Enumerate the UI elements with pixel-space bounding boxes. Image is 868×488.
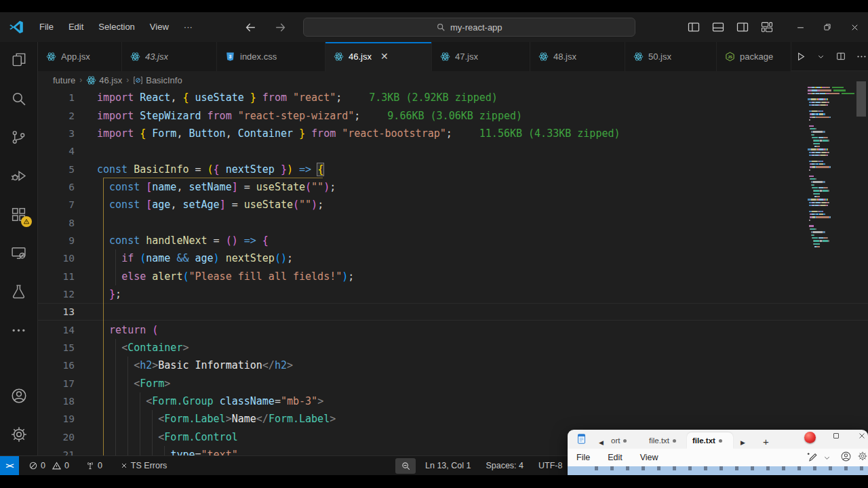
tab-46-jsx[interactable]: 46.jsx✕ [326,42,432,71]
symbol-icon [133,75,143,85]
breadcrumb-item-future[interactable]: future [53,75,75,85]
activity-run-and-debug[interactable] [0,158,38,193]
problems-status[interactable]: 0 0 [23,456,75,475]
notepad-menu-view[interactable]: View [631,453,667,462]
minimap-line [808,125,853,127]
react-file-icon [334,52,344,62]
activity-additional-views[interactable] [0,312,38,348]
notepad-settings-icon[interactable] [857,451,868,462]
customize-layout-icon[interactable] [757,17,777,37]
breadcrumb-item-46.jsx[interactable]: 46.jsx [86,75,122,85]
menu-view[interactable]: View [142,17,176,37]
new-tab-button[interactable]: + [763,436,769,447]
code-line-1[interactable]: 1import React, { useState } from "react"… [38,89,868,106]
close-tab-icon[interactable]: ✕ [380,51,389,62]
code-line-19[interactable]: 19 <Form.Label>Name</Form.Label> [38,410,868,428]
toggle-panel-icon[interactable] [708,17,728,37]
tab-scroll-left-icon[interactable]: ◀ [599,439,604,446]
tab-package[interactable]: JSpackage [717,42,791,71]
code-line-11[interactable]: 11 else alert("Please fill all fields!")… [38,267,868,285]
activity-accounts[interactable] [0,378,38,413]
code-line-9[interactable]: 9 const handleNext = () => { [38,232,868,249]
code-line-15[interactable]: 15 <Container> [38,339,868,357]
code-line-14[interactable]: 14 return ( [38,321,868,338]
unsaved-dot [719,439,722,443]
activity-explorer[interactable] [0,42,38,77]
split-editor-button[interactable] [832,47,850,65]
run-button[interactable] [791,47,809,65]
menu-selection[interactable]: Selection [91,17,142,37]
toggle-secondary-sidebar-icon[interactable] [732,17,753,37]
tab-scroll-right-icon[interactable]: ▶ [741,439,745,446]
code-line-10[interactable]: 10 if (name && age) nextStep(); [38,249,868,267]
toggle-primary-sidebar-icon[interactable] [684,17,704,37]
code-line-2[interactable]: 2import StepWizard from "react-step-wiza… [38,106,868,124]
code-line-18[interactable]: 18 <Form.Group className="mb-3"> [38,392,868,410]
code-line-13[interactable]: 13 [38,303,868,321]
minimize-button[interactable] [787,12,814,42]
close-window-button[interactable] [841,12,868,42]
code-line-12[interactable]: 12 }; [38,285,868,303]
activity-settings[interactable] [0,417,38,452]
editor-scrollbar[interactable] [856,81,866,117]
indentation-status[interactable]: Spaces: 4 [480,456,529,475]
menu-edit[interactable]: Edit [61,17,91,37]
notepad-selected-text[interactable] [568,466,868,475]
code-line-4[interactable]: 4 [38,142,868,160]
navigate-back-icon[interactable] [241,17,261,37]
activity-search[interactable] [0,81,38,116]
code-line-16[interactable]: 16 <h2>Basic Information</h2> [38,357,868,374]
tab-index-css[interactable]: 3index.css [217,42,326,71]
tab-bar: App.jsx43.jsx3index.css46.jsx✕47.jsx48.j… [38,42,868,71]
code-text: import StepWizard from "react-step-wizar… [75,110,360,122]
tab-50-jsx[interactable]: 50.jsx [625,42,717,71]
account-icon[interactable] [840,451,852,462]
notepad-tab-active[interactable]: file.txt [687,432,733,449]
code-line-7[interactable]: 7 const [age, setAge] = useState(""); [38,196,868,214]
ai-rewrite-dropdown-icon[interactable] [823,454,831,462]
activity-testing[interactable] [0,274,38,309]
code-line-8[interactable]: 8 [38,214,868,231]
notepad-maximize-button[interactable] [832,432,840,440]
tab-App-jsx[interactable]: App.jsx [38,42,122,71]
notepad-menu-file[interactable]: File [568,453,599,462]
menu-overflow[interactable]: ··· [176,17,200,37]
notepad-close-button[interactable] [858,432,866,440]
tab-48-jsx[interactable]: 48.jsx [530,42,625,71]
activity-remote-explorer[interactable] [0,235,38,270]
menu-file[interactable]: File [32,17,61,37]
more-actions-button[interactable] [852,47,868,65]
line-number: 1 [38,92,75,103]
ports-status[interactable]: 0 [80,456,108,475]
tab-43-jsx[interactable]: 43.jsx [122,42,217,71]
notepad-menu-edit[interactable]: Edit [599,453,631,462]
ts-errors-status[interactable]: TS Errors [115,456,172,475]
remote-indicator[interactable]: >< [0,456,19,476]
activity-extensions[interactable] [0,197,38,232]
code-editor[interactable]: 1import React, { useState } from "react"… [38,89,868,455]
run-dropdown-button[interactable] [812,47,829,65]
breadcrumb-item-basicinfo[interactable]: BasicInfo [133,75,182,85]
restore-button[interactable] [814,12,841,42]
command-center-search[interactable]: my-react-app [303,18,635,37]
tab-label: 47.jsx [455,52,478,62]
encoding-status[interactable]: UTF-8 [533,456,568,475]
minimap[interactable] [806,87,854,283]
code-line-3[interactable]: 3import { Form, Button, Container } from… [38,125,868,142]
zoom-out-status[interactable] [395,458,416,474]
cursor-position[interactable]: Ln 13, Col 1 [420,456,476,475]
tab-47-jsx[interactable]: 47.jsx [432,42,530,71]
node-file-icon: JS [725,52,735,62]
minimap-line [808,225,853,226]
notepad-tab-1[interactable]: file.txt [644,432,686,449]
notepad-titlebar[interactable]: ◀ ort file.txt file.txt ▶ + [568,430,868,449]
code-line-6[interactable]: 6 const [name, setName] = useState(""); [38,178,868,196]
code-line-17[interactable]: 17 <Form> [38,375,868,392]
notepad-menubar: File Edit View [568,449,868,466]
notepad-tab-partial[interactable]: ort [606,432,641,449]
navigate-forward-icon[interactable] [271,17,291,37]
minimap-line [808,184,853,186]
activity-source-control[interactable] [0,119,38,155]
code-line-5[interactable]: 5const BasicInfo = ({ nextStep }) => { [38,160,868,178]
ai-rewrite-icon[interactable] [806,451,818,462]
